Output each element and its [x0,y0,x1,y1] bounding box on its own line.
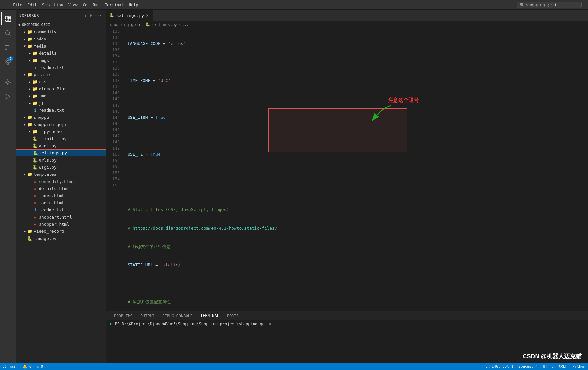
login-html-icon: ◈ [32,200,38,205]
elementplus-arrow: ▶ [27,86,32,91]
sidebar-item-elementplus[interactable]: ▶ 📁 elementPlus [16,85,106,92]
status-encoding[interactable]: UTF-8 [543,364,554,369]
code-editor[interactable]: 130 131 132 133 134 135 136 137 138 139 … [106,28,588,311]
sidebar-item-templates[interactable]: ▼ 📁 templates [16,171,106,178]
global-search[interactable]: 🔍 shopping_geji [517,2,582,8]
sidebar-item-shopcart-html[interactable]: ▶ ◈ shopcart.html [16,213,106,220]
shopper-label: shopper [34,115,106,120]
activity-files[interactable] [1,12,14,25]
menu-run[interactable]: Run [93,3,100,7]
sidebar-item-settings[interactable]: ▶ 🐍 settings.py [16,149,106,156]
pycache-arrow: ▶ [27,129,32,134]
sidebar-item-imgs[interactable]: ▶ 📁 imgs [16,57,106,64]
menu-go[interactable]: Go [83,3,87,7]
sidebar-item-readme-media[interactable]: ▶ ℹ readme.txt [16,64,106,71]
menu-view[interactable]: View [68,3,78,7]
templates-folder-icon: 📁 [27,172,32,177]
video-record-arrow: ▶ [22,229,27,234]
sidebar-item-commodity[interactable]: ▶ 📁 commodity [16,28,106,35]
sidebar-item-urls[interactable]: ▶ 🐍 urls.py [16,156,106,163]
sidebar-item-manage[interactable]: ▶ 🐍 manage.py [16,235,106,242]
js-arrow: ▶ [27,100,32,106]
sidebar-item-details-html[interactable]: ▶ ◈ details.html [16,185,106,192]
activity-search[interactable] [1,27,14,39]
sidebar-item-details[interactable]: ▶ 📁 details [16,50,106,57]
sidebar-item-media[interactable]: ▼ 📁 media [16,42,106,50]
status-warnings[interactable]: ⚠ 0 [37,364,43,369]
sidebar-item-css[interactable]: ▶ 📁 css [16,78,106,85]
tab-close-button[interactable]: × [146,13,149,18]
breadcrumb-more[interactable]: ... [182,22,189,27]
root-arrow: ▼ [17,22,22,27]
status-spaces[interactable]: Spaces: 4 [518,364,538,369]
img-label: img [39,94,106,98]
pycache-label: __pycache__ [39,129,106,134]
more-actions-icon[interactable]: ··· [95,13,102,17]
line-numbers: 130 131 132 133 134 135 136 137 138 139 … [106,28,122,311]
sidebar-item-commodity-html[interactable]: ▶ ◈ commodity.html [16,178,106,185]
menu-terminal[interactable]: Terminal [105,3,124,7]
menu-help[interactable]: Help [129,3,138,7]
new-file-icon[interactable]: + [85,13,87,17]
new-folder-icon[interactable]: ⊕ [90,13,92,17]
menu-selection[interactable]: Selection [42,3,63,7]
panel-tab-problems[interactable]: PROBLEMS [110,311,137,320]
index-html-label: index.html [39,193,106,198]
templates-arrow: ▼ [22,172,27,177]
sidebar-item-pstatic[interactable]: ▼ 📁 pstatic [16,71,106,78]
details-arrow: ▶ [27,50,32,56]
sidebar-item-js[interactable]: ▶ 📁 js [16,99,106,107]
shopcart-html-label: shopcart.html [39,215,106,219]
sidebar-item-asgi[interactable]: ▶ 🐍 asgi.py [16,142,106,149]
shopper-html-label: shopper.html [39,222,106,227]
panel-tab-output[interactable]: OUTPUT [137,311,158,320]
panel-tab-ports[interactable]: PORTS [223,311,243,320]
search-text: shopping_geji [526,3,557,7]
sidebar-item-init[interactable]: ▶ 🐍 __init__.py [16,135,106,142]
sidebar-item-shopper[interactable]: ▶ 📁 shopper [16,114,106,121]
svg-point-6 [6,45,7,46]
search-icon: 🔍 [520,3,525,7]
sidebar-item-readme-pstatic[interactable]: ▶ ℹ readme.txt [16,107,106,114]
sidebar-item-shopping-geji[interactable]: ▼ 📁 shopping_geji [16,121,106,128]
tree-root[interactable]: ▼ SHOPPING_GEJI [16,21,106,28]
svg-rect-13 [7,63,9,65]
sidebar-item-login-html[interactable]: ▶ ◈ login.html [16,199,106,206]
status-language[interactable]: Python [572,364,585,369]
breadcrumb-file[interactable]: settings.py [151,22,177,27]
activity-source-control[interactable] [1,41,14,54]
tab-settings[interactable]: 🐍 settings.py × [106,10,153,21]
sidebar-item-video-record[interactable]: ▶ 📁 video_record [16,228,106,235]
svg-rect-2 [8,18,11,21]
shopping-geji-arrow: ▼ [22,122,27,127]
menu-file[interactable]: File [13,3,22,7]
menu-edit[interactable]: Edit [28,3,37,7]
status-eol[interactable]: CRLF [559,364,568,369]
code-line-144: # 添加并设置配置属性 [128,299,583,305]
sidebar-item-img[interactable]: ▶ 📁 img [16,92,106,99]
activity-extensions[interactable]: 1 [1,55,14,68]
status-errors[interactable]: 🔔 0 [23,364,31,369]
panel-tab-debug-console[interactable]: DEBUG CONSOLE [158,311,197,320]
sidebar-item-index-html[interactable]: ▶ ◈ index.html [16,192,106,199]
css-arrow: ▶ [27,79,32,84]
status-position[interactable]: Ln 146, Col 1 [485,364,513,369]
terminal-output[interactable]: ⊙ PS D:\GProject\Django4Vue3\Shopping\Sh… [110,322,584,326]
sidebar-item-wsgi[interactable]: ▶ 🐍 wsgi.py [16,163,106,171]
breadcrumb-root[interactable]: shopping_geji [110,22,141,27]
svg-marker-15 [6,94,10,99]
activity-run[interactable] [1,90,14,103]
menu-bar[interactable]: File Edit Selection View Go Run Terminal… [13,3,138,7]
pstatic-folder-icon: 📁 [27,72,32,77]
templates-label: templates [34,172,106,177]
readme-templates-label: readme.txt [39,207,106,212]
index-html-icon: ◈ [32,193,38,198]
sidebar-item-shopper-html[interactable]: ▶ ◈ shopper.html [16,220,106,228]
sidebar-item-index[interactable]: ▶ 📁 index [16,35,106,42]
status-branch[interactable]: ⎇ main [3,364,17,369]
activity-debug[interactable] [1,76,14,89]
sidebar-item-pycache[interactable]: ▶ 📁 __pycache__ [16,128,106,135]
status-bar: ⎇ main 🔔 0 ⚠ 0 Ln 146, Col 1 Spaces: 4 U… [0,363,588,370]
panel-tab-terminal[interactable]: TERMINAL [197,311,223,320]
sidebar-item-readme-templates[interactable]: ▶ ℹ readme.txt [16,206,106,213]
